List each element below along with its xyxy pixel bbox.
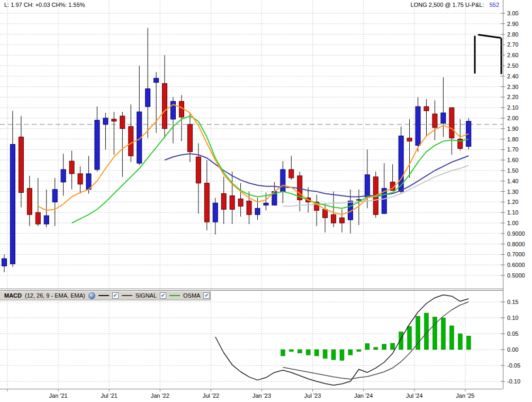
svg-text:2.10: 2.10	[507, 104, 518, 111]
svg-text:Jan '24: Jan '24	[354, 392, 373, 399]
signal-visibility-checkbox[interactable]: ✔	[160, 292, 166, 299]
svg-text:-0.10: -0.10	[507, 378, 520, 385]
osma-label: OSMA	[183, 292, 200, 299]
svg-text:3.00: 3.00	[507, 10, 518, 16]
time-axis: Jan '21Jul '21Jan '22Jul '22Jan '23Jul '…	[7, 389, 474, 399]
svg-text:2.40: 2.40	[507, 73, 518, 79]
osma-line-sample	[169, 295, 180, 296]
svg-text:0.7000: 0.7000	[507, 251, 525, 257]
svg-text:1.40: 1.40	[507, 178, 518, 184]
macd-indicator-header: MACD (12, 26, 9 - EMA, EMA) ✔ SIGNAL ✔ O…	[0, 291, 211, 300]
svg-text:1.80: 1.80	[507, 136, 518, 142]
indicator-title: MACD	[4, 292, 22, 299]
osma-visibility-checkbox[interactable]: ✔	[203, 292, 210, 299]
macd-line	[215, 295, 469, 385]
macd-visibility-checkbox[interactable]: ✔	[112, 292, 119, 299]
svg-text:Jul '22: Jul '22	[203, 392, 219, 399]
ema-fast-line	[38, 104, 468, 215]
svg-text:0.5000: 0.5000	[507, 272, 525, 279]
svg-text:Jul '23: Jul '23	[304, 392, 321, 399]
svg-text:Jul '24: Jul '24	[406, 392, 422, 399]
svg-text:2.50: 2.50	[507, 62, 518, 69]
svg-text:1.30: 1.30	[507, 189, 518, 195]
svg-text:2.80: 2.80	[507, 31, 518, 38]
svg-text:1.20: 1.20	[507, 199, 518, 205]
last-price-text: L: 1.97 CH: +0.03 CH%: 1.55%	[4, 2, 85, 8]
svg-text:1.90: 1.90	[507, 126, 518, 132]
svg-text:1.60: 1.60	[507, 157, 518, 163]
signal-label: SIGNAL	[136, 292, 157, 299]
ema-slow-line	[165, 154, 468, 196]
annotation-lines[interactable]	[475, 35, 501, 74]
chart-canvas[interactable]: 3.002.902.802.702.602.502.402.302.202.10…	[0, 0, 532, 402]
svg-text:1.70: 1.70	[507, 146, 518, 153]
position-info: LONG 2,500 @ 1.75 U-P&L: 552	[411, 2, 499, 8]
svg-text:-0.05: -0.05	[507, 362, 520, 369]
svg-text:2.60: 2.60	[507, 52, 518, 58]
svg-text:2.20: 2.20	[507, 94, 518, 100]
svg-text:0.10: 0.10	[507, 315, 518, 321]
svg-text:Jan '25: Jan '25	[456, 392, 474, 399]
svg-text:Jan '21: Jan '21	[49, 392, 68, 399]
svg-text:Jan '23: Jan '23	[253, 392, 271, 399]
svg-text:2.90: 2.90	[507, 21, 518, 27]
svg-text:0.00: 0.00	[507, 346, 518, 353]
svg-text:0.15: 0.15	[507, 299, 518, 305]
svg-text:1.00: 1.00	[507, 220, 518, 226]
indicator-params: (12, 26, 9 - EMA, EMA)	[25, 292, 85, 299]
svg-text:Jan '22: Jan '22	[151, 392, 169, 399]
svg-text:2.70: 2.70	[507, 41, 518, 48]
macd-line-sample	[98, 295, 109, 296]
svg-text:1.50: 1.50	[507, 167, 518, 174]
svg-text:Jul '21: Jul '21	[101, 392, 117, 399]
moving-averages	[38, 104, 468, 223]
svg-text:0.9000: 0.9000	[507, 230, 525, 237]
svg-text:0.8000: 0.8000	[507, 241, 525, 247]
svg-text:2.30: 2.30	[507, 84, 518, 90]
macd-axis: 0.150.100.050.00-0.05-0.10	[501, 299, 520, 385]
svg-text:0.05: 0.05	[507, 330, 518, 337]
svg-text:2.00: 2.00	[507, 115, 518, 121]
unrealized-pnl-value: 552	[490, 2, 499, 8]
svg-text:1.10: 1.10	[507, 209, 518, 216]
macd-panel[interactable]	[215, 295, 471, 385]
globe-icon[interactable]	[88, 292, 95, 299]
last-price-info: L: 1.97 CH: +0.03 CH%: 1.55%	[4, 2, 85, 8]
svg-text:0.6000: 0.6000	[507, 262, 525, 268]
price-panel-candles[interactable]	[2, 28, 471, 272]
signal-line-sample	[122, 295, 132, 296]
price-axis: 3.002.902.802.702.602.502.402.302.202.10…	[501, 10, 525, 279]
trading-chart-window: 3.002.902.802.702.602.502.402.302.202.10…	[0, 0, 532, 402]
position-text: LONG 2,500 @ 1.75 U-P&L:	[411, 2, 484, 8]
